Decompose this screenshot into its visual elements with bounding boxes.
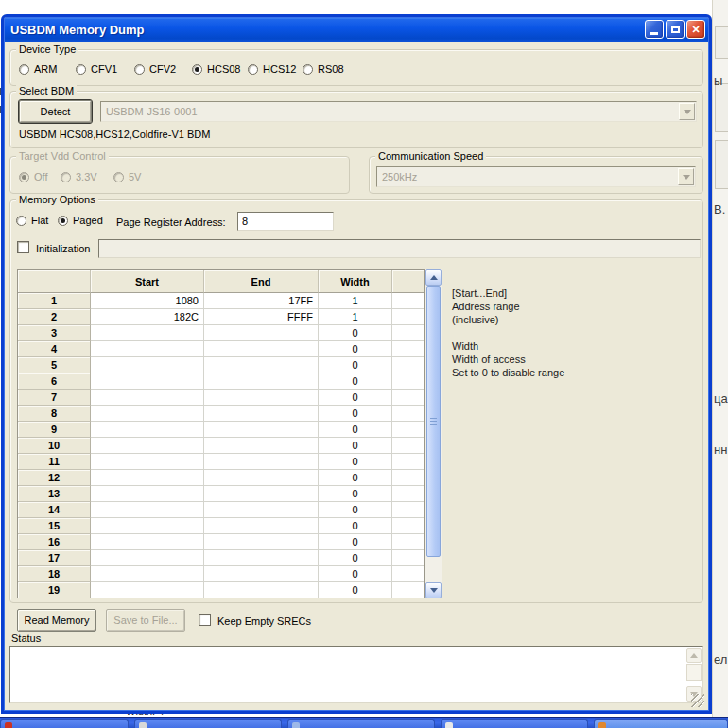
- keep-empty-srecs-checkbox[interactable]: [199, 614, 211, 626]
- cell-width[interactable]: 0: [319, 341, 392, 357]
- cell-end[interactable]: [204, 438, 319, 454]
- radio-addressing-flat[interactable]: Flat: [16, 214, 48, 227]
- cell-end[interactable]: [204, 486, 319, 502]
- cell-width[interactable]: 0: [319, 325, 392, 341]
- initialization-checkbox[interactable]: [17, 241, 29, 253]
- cell-start[interactable]: [91, 438, 204, 454]
- cell-end[interactable]: [204, 550, 319, 566]
- cell-start[interactable]: [91, 325, 204, 341]
- cell-width[interactable]: 1: [319, 309, 392, 325]
- cell-filler: [392, 357, 424, 373]
- cell-start[interactable]: [91, 582, 204, 598]
- table-scrollbar[interactable]: [425, 269, 442, 598]
- radio-icon[interactable]: [303, 64, 313, 75]
- radio-icon[interactable]: [134, 64, 145, 75]
- cell-end[interactable]: [204, 341, 319, 357]
- cell-width[interactable]: 0: [319, 470, 392, 486]
- cell-width[interactable]: 0: [319, 566, 392, 582]
- radio-icon[interactable]: [58, 216, 68, 226]
- cell-start[interactable]: 182C: [91, 309, 204, 325]
- cell-start[interactable]: [91, 341, 204, 357]
- scrollbar-thumb[interactable]: [426, 286, 441, 557]
- cell-width[interactable]: 0: [319, 550, 392, 566]
- cell-end[interactable]: [204, 454, 319, 470]
- cell-width[interactable]: 0: [319, 582, 392, 598]
- cell-width[interactable]: 0: [319, 534, 392, 550]
- detect-button[interactable]: Detect: [19, 100, 92, 123]
- radio-icon[interactable]: [19, 64, 29, 75]
- status-textarea[interactable]: [9, 646, 703, 703]
- taskbar-app-icon: [5, 722, 12, 728]
- taskbar-button[interactable]: [594, 719, 728, 728]
- cell-start[interactable]: [91, 566, 204, 582]
- cell-end[interactable]: [204, 422, 319, 438]
- cell-end[interactable]: [204, 390, 319, 406]
- save-to-file-button[interactable]: Save to File...: [106, 609, 185, 632]
- cell-start[interactable]: [91, 373, 204, 390]
- cell-start[interactable]: [91, 518, 204, 534]
- scroll-up-button[interactable]: [425, 269, 442, 286]
- cell-start[interactable]: [91, 422, 204, 438]
- cell-width[interactable]: 0: [319, 454, 392, 470]
- cell-end[interactable]: [204, 566, 319, 582]
- cell-start[interactable]: [91, 390, 204, 406]
- cell-end[interactable]: [204, 406, 319, 422]
- minimize-button[interactable]: [645, 20, 664, 39]
- initialization-input[interactable]: [98, 239, 701, 258]
- cell-end[interactable]: [204, 373, 319, 390]
- taskbar-button[interactable]: [287, 719, 435, 728]
- radio-icon[interactable]: [16, 216, 26, 226]
- cell-width[interactable]: 0: [319, 438, 392, 454]
- taskbar-button[interactable]: [134, 719, 282, 728]
- taskbar-button[interactable]: [0, 719, 129, 728]
- cell-start[interactable]: [91, 502, 204, 518]
- maximize-button[interactable]: [666, 20, 685, 39]
- cell-end[interactable]: [204, 325, 319, 341]
- cell-start[interactable]: 1080: [91, 293, 204, 309]
- cell-end[interactable]: 17FF: [204, 293, 319, 309]
- taskbar-button[interactable]: [441, 719, 588, 728]
- title-bar[interactable]: USBDM Memory Dump ✕: [4, 17, 709, 42]
- cell-start[interactable]: [91, 454, 204, 470]
- radio-icon[interactable]: [248, 64, 258, 75]
- radio-device-rs08[interactable]: RS08: [303, 62, 344, 76]
- cell-end[interactable]: [204, 502, 319, 518]
- cell-start[interactable]: [91, 550, 204, 566]
- cell-end[interactable]: FFFF: [204, 309, 319, 325]
- cell-width[interactable]: 0: [319, 373, 392, 390]
- radio-device-cfv1[interactable]: CFV1: [76, 62, 117, 76]
- scroll-down-button[interactable]: [425, 582, 442, 598]
- status-scrollbar-thumb[interactable]: [686, 664, 702, 681]
- cell-width[interactable]: 0: [319, 357, 392, 373]
- radio-device-hcs12[interactable]: HCS12: [248, 62, 296, 76]
- radio-device-hcs08[interactable]: HCS08: [192, 62, 240, 76]
- cell-width[interactable]: 0: [319, 406, 392, 422]
- radio-addressing-paged[interactable]: Paged: [58, 214, 103, 227]
- cell-start[interactable]: [91, 357, 204, 373]
- cell-end[interactable]: [204, 534, 319, 550]
- radio-icon[interactable]: [192, 64, 202, 75]
- status-scroll-up-button[interactable]: [686, 648, 702, 663]
- cell-start[interactable]: [91, 406, 204, 422]
- cell-end[interactable]: [204, 357, 319, 373]
- page-register-address-input[interactable]: [237, 212, 334, 231]
- cell-width[interactable]: 1: [319, 293, 392, 309]
- radio-device-cfv2[interactable]: CFV2: [134, 62, 176, 76]
- cell-start[interactable]: [91, 486, 204, 502]
- cell-width[interactable]: 0: [319, 390, 392, 406]
- cell-width[interactable]: 0: [319, 422, 392, 438]
- cell-end[interactable]: [204, 470, 319, 486]
- read-memory-button[interactable]: Read Memory: [17, 609, 96, 632]
- cell-filler: [392, 438, 424, 454]
- cell-end[interactable]: [204, 582, 319, 598]
- radio-device-arm[interactable]: ARM: [19, 62, 57, 76]
- radio-icon[interactable]: [76, 64, 86, 75]
- cell-width[interactable]: 0: [319, 518, 392, 534]
- resize-grip-icon[interactable]: [691, 694, 704, 707]
- cell-start[interactable]: [91, 534, 204, 550]
- cell-end[interactable]: [204, 518, 319, 534]
- cell-start[interactable]: [91, 470, 204, 486]
- cell-width[interactable]: 0: [319, 502, 392, 518]
- cell-width[interactable]: 0: [319, 486, 392, 502]
- close-button[interactable]: ✕: [686, 20, 705, 39]
